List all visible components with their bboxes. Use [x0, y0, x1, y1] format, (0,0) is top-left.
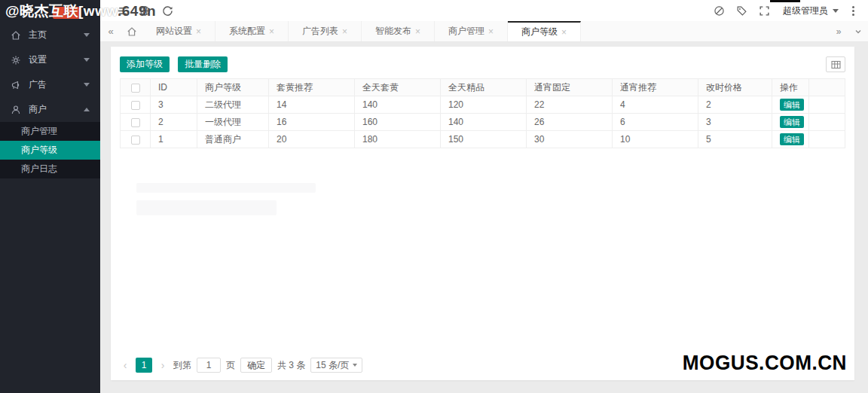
sidebar-item-广告[interactable]: 广告	[0, 72, 100, 97]
batch-delete-button[interactable]: 批量删除	[178, 56, 228, 72]
corner-watermark-left: @晓杰互联[www	[5, 3, 118, 19]
caret-up-icon	[84, 108, 90, 111]
select-all-checkbox[interactable]	[131, 84, 140, 93]
close-icon[interactable]: ×	[488, 26, 494, 37]
sidebar-item-label: 广告	[29, 78, 84, 91]
tab-智能发布[interactable]: 智能发布×	[362, 21, 435, 41]
tab-label: 智能发布	[375, 25, 411, 38]
caret-down-icon	[84, 58, 90, 62]
tab-广告列表[interactable]: 广告列表×	[289, 21, 362, 41]
tab-系统配置[interactable]: 系统配置×	[215, 21, 289, 41]
close-icon[interactable]: ×	[196, 26, 201, 37]
sidebar-item-主页[interactable]: 主页	[0, 23, 100, 47]
sidebar-item-设置[interactable]: 设置	[0, 47, 100, 72]
caret-down-icon	[84, 33, 90, 37]
edit-button[interactable]: 编辑	[780, 116, 804, 128]
data-table-wrap: ID商户等级套黄推荐全天套黄全天精品通宵固定通宵推荐改时价格操作 3二级代理14…	[120, 78, 845, 148]
goto-confirm-button[interactable]: 确定	[240, 358, 272, 373]
next-page-button[interactable]: ›	[157, 359, 168, 371]
close-icon[interactable]: ×	[269, 26, 274, 37]
row-checkbox[interactable]	[131, 118, 140, 127]
close-icon[interactable]: ×	[342, 26, 347, 37]
home-tab-icon[interactable]	[121, 21, 142, 41]
faint-watermark-artifact	[136, 200, 277, 215]
tabs-scroll-right-button[interactable]: »	[829, 21, 848, 41]
row-checkbox[interactable]	[131, 136, 140, 145]
user-dropdown[interactable]: 超级管理员	[775, 5, 846, 17]
caret-down-icon	[84, 83, 90, 87]
row-actions: 编辑删除	[772, 96, 809, 114]
more-menu-icon[interactable]	[846, 6, 860, 16]
sidebar-subitem-商户等级[interactable]: 商户等级	[0, 141, 100, 160]
sidebar-item-商户[interactable]: 商户	[0, 97, 100, 122]
sidebar-submenu: 商户管理商户等级商户日志	[0, 122, 100, 178]
row-actions: 编辑删除	[772, 114, 809, 131]
sidebar: 主页设置广告商户商户管理商户等级商户日志	[0, 0, 100, 393]
top-header: 超级管理员	[100, 0, 868, 21]
goto-label: 到第	[173, 359, 191, 372]
fullscreen-icon[interactable]	[753, 0, 775, 21]
refresh-icon[interactable]	[156, 0, 179, 21]
tag-icon[interactable]	[730, 0, 753, 21]
page-unit-label: 页	[226, 359, 235, 372]
add-level-button[interactable]: 添加等级	[120, 56, 170, 72]
prev-page-button[interactable]: ‹	[120, 359, 130, 371]
tab-label: 网站设置	[156, 25, 192, 38]
table-cell: 普通商户	[197, 131, 269, 148]
table-row: 2一级代理161601402663编辑删除	[121, 114, 845, 131]
table-cell: 150	[441, 131, 527, 148]
edit-button[interactable]: 编辑	[780, 133, 804, 145]
sidebar-subitem-商户日志[interactable]: 商户日志	[0, 160, 100, 178]
tab-label: 系统配置	[229, 25, 265, 38]
table-cell: 6	[613, 114, 698, 131]
table-cell: 22	[527, 96, 613, 114]
page-size-value: 15 条/页	[316, 359, 349, 372]
column-header-全天精品: 全天精品	[441, 79, 527, 96]
page-size-select[interactable]: 15 条/页	[310, 358, 362, 373]
table-cell: 3	[151, 96, 197, 114]
sidebar-item-label: 商户	[29, 103, 84, 116]
goto-page-input[interactable]	[197, 358, 221, 373]
tabs-dropdown-icon[interactable]	[848, 21, 868, 41]
current-page-button[interactable]: 1	[136, 358, 152, 373]
tab-label: 广告列表	[302, 25, 338, 38]
table-cell: 2	[151, 114, 197, 131]
column-header-全天套黄: 全天套黄	[355, 79, 441, 96]
ad-icon	[11, 80, 21, 90]
table-cell: 二级代理	[197, 96, 269, 114]
table-cell: 4	[613, 96, 698, 114]
tab-商户等级[interactable]: 商户等级×	[508, 21, 581, 41]
column-header-通宵推荐: 通宵推荐	[613, 79, 698, 96]
close-icon[interactable]: ×	[415, 26, 420, 37]
tab-商户管理[interactable]: 商户管理×	[435, 21, 508, 41]
pagination: ‹ 1 › 到第 页 确定 共 3 条 15 条/页	[120, 358, 362, 373]
close-icon[interactable]: ×	[561, 27, 567, 38]
table-cell-spacer	[808, 114, 845, 131]
table-cell: 14	[269, 96, 355, 114]
corner-watermark-right: .649n	[118, 3, 156, 19]
tab-网站设置[interactable]: 网站设置×	[142, 21, 215, 41]
table-cell: 160	[355, 114, 441, 131]
clear-cache-icon[interactable]	[708, 0, 730, 21]
column-filter-button[interactable]	[826, 56, 845, 72]
tab-label: 商户等级	[521, 26, 558, 38]
table-cell: 3	[698, 114, 772, 131]
table-cell: 16	[269, 114, 355, 131]
home-icon	[11, 30, 21, 41]
chevron-down-icon	[833, 9, 839, 13]
table-cell: 2	[698, 96, 772, 114]
tabs-scroll-left-button[interactable]: «	[100, 21, 121, 41]
table-cell: 30	[527, 131, 613, 148]
row-checkbox[interactable]	[131, 101, 140, 110]
faint-watermark-artifact	[136, 183, 316, 193]
table-cell: 一级代理	[197, 114, 269, 131]
table-header-row: ID商户等级套黄推荐全天套黄全天精品通宵固定通宵推荐改时价格操作	[121, 79, 845, 96]
edit-button[interactable]: 编辑	[780, 99, 804, 111]
tab-label: 商户管理	[448, 25, 484, 38]
user-label: 超级管理员	[783, 5, 828, 17]
tabs-container: 网站设置×系统配置×广告列表×智能发布×商户管理×商户等级×	[142, 21, 581, 41]
top-black-bar-artifact	[770, 0, 800, 2]
table-cell: 120	[441, 96, 527, 114]
column-header-商户等级: 商户等级	[197, 79, 269, 96]
sidebar-subitem-商户管理[interactable]: 商户管理	[0, 122, 100, 141]
